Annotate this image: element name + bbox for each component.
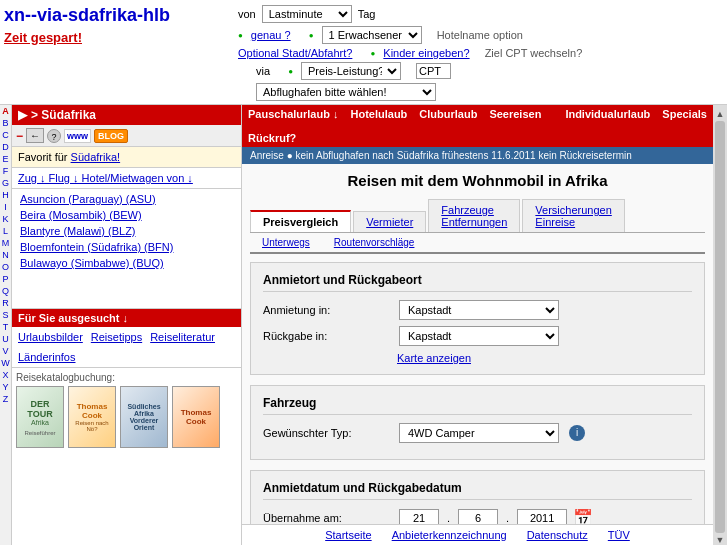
laenderinfos-link[interactable]: Länderinfos: [18, 351, 76, 363]
footer-tuev[interactable]: TÜV: [608, 529, 630, 541]
rueckgabe-select[interactable]: Kapstadt: [399, 326, 559, 346]
alpha-h[interactable]: H: [0, 189, 11, 201]
vehicle-type-label: Gewünschter Typ:: [263, 427, 393, 439]
vehicle-type-select[interactable]: 4WD Camper: [399, 423, 559, 443]
city-item[interactable]: Asuncion (Paraguay) (ASU): [12, 191, 241, 207]
book-dertour[interactable]: DERTOUR Afrika Reiseführer: [16, 386, 64, 448]
reiseliteratur-link[interactable]: Reiseliteratur: [150, 331, 215, 343]
info-icon[interactable]: i: [569, 425, 585, 441]
alpha-f[interactable]: F: [0, 165, 11, 177]
favorite-link[interactable]: Südafrika!: [71, 151, 121, 163]
alpha-m[interactable]: M: [0, 237, 11, 249]
alpha-b[interactable]: B: [0, 117, 11, 129]
alpha-a[interactable]: A: [0, 105, 11, 117]
footer-startseite[interactable]: Startseite: [325, 529, 371, 541]
tab-versicherungen[interactable]: VersicherungenEinreise: [522, 199, 624, 232]
right-scrollbar[interactable]: ▲ ▼: [713, 105, 727, 545]
alpha-l[interactable]: L: [0, 225, 11, 237]
alpha-d[interactable]: D: [0, 141, 11, 153]
city-item[interactable]: Blantyre (Malawi) (BLZ): [12, 223, 241, 239]
sidebar-transport: Zug ↓ Flug ↓ Hotel/Mietwagen von ↓: [12, 168, 241, 189]
nav-see[interactable]: Seereisen: [489, 108, 541, 120]
help-btn[interactable]: ?: [47, 129, 61, 143]
recommended-header: Für Sie ausgesucht ↓: [12, 309, 241, 327]
nav-bar: Pauschalurlaub ↓ Hotelulaub Cluburlaub S…: [242, 105, 713, 147]
nav-specials[interactable]: Specials: [662, 108, 707, 120]
alpha-i[interactable]: I: [0, 201, 11, 213]
footer-datenschutz[interactable]: Datenschutz: [527, 529, 588, 541]
nav-individual[interactable]: Individualurlaub: [565, 108, 650, 120]
alpha-k[interactable]: K: [0, 213, 11, 225]
catalog-section: Reisekatalogbuchung: DERTOUR Afrika Reis…: [12, 368, 241, 452]
alpha-u[interactable]: U: [0, 333, 11, 345]
alpha-w[interactable]: W: [0, 357, 11, 369]
alpha-x[interactable]: X: [0, 369, 11, 381]
alpha-r[interactable]: R: [0, 297, 11, 309]
footer-anbieter[interactable]: Anbieterkennzeichnung: [392, 529, 507, 541]
lastminute-select[interactable]: Lastminute: [262, 5, 352, 23]
alpha-s[interactable]: S: [0, 309, 11, 321]
www-btn[interactable]: www: [64, 129, 91, 143]
tab-routenvorschlaege[interactable]: Routenvorschläge: [322, 235, 427, 250]
alpha-z[interactable]: Z: [0, 393, 11, 405]
ziel-label: Ziel CPT wechseln?: [485, 47, 583, 59]
alpha-v[interactable]: V: [0, 345, 11, 357]
tab-preisvergleich[interactable]: Preisvergleich: [250, 210, 351, 232]
time-saved-label[interactable]: Zeit gespart!: [4, 30, 82, 45]
erwachsene-select[interactable]: 1 Erwachsener: [322, 26, 422, 44]
sidebar-tools: − ← ? www BLOG: [12, 125, 241, 147]
city-item[interactable]: Beira (Mosambik) (BEW): [12, 207, 241, 223]
nav-club[interactable]: Cluburlaub: [419, 108, 477, 120]
nav-hotel[interactable]: Hotelulaub: [350, 108, 407, 120]
reisetipps-link[interactable]: Reisetipps: [91, 331, 142, 343]
anmietung-select[interactable]: Kapstadt: [399, 300, 559, 320]
alpha-c[interactable]: C: [0, 129, 11, 141]
tab-unterwegs[interactable]: Unterwegs: [250, 235, 322, 250]
vehicle-section-title: Fahrzeug: [263, 396, 692, 415]
book-thomascook[interactable]: ThomasCook Reisen nachNö?: [68, 386, 116, 448]
alpha-n[interactable]: N: [0, 249, 11, 261]
city-item[interactable]: Bloemfontein (Südafrika) (BFN): [12, 239, 241, 255]
alpha-q[interactable]: Q: [0, 285, 11, 297]
alpha-o[interactable]: O: [0, 261, 11, 273]
kinder-link[interactable]: Kinder eingeben?: [383, 47, 469, 59]
optional-link[interactable]: Optional Stadt/Abfahrt?: [238, 47, 352, 59]
cpt-input[interactable]: [416, 63, 451, 79]
alpha-y[interactable]: Y: [0, 381, 11, 393]
alpha-e[interactable]: E: [0, 153, 11, 165]
tab-vermieter[interactable]: Vermieter: [353, 211, 426, 232]
scroll-up-arrow[interactable]: ▲: [716, 109, 725, 119]
book-thomascook2[interactable]: ThomasCook: [172, 386, 220, 448]
transport-text[interactable]: Zug ↓ Flug ↓ Hotel/Mietwagen von ↓: [18, 172, 193, 184]
pickup-year-input[interactable]: [517, 509, 567, 525]
minus-btn[interactable]: −: [16, 129, 23, 143]
rueckgabe-label: Rückgabe in:: [263, 330, 393, 342]
alpha-g[interactable]: G: [0, 177, 11, 189]
anmietung-label: Anmietung in:: [263, 304, 393, 316]
recommended-label: Für Sie ausgesucht ↓: [18, 312, 128, 324]
pickup-calendar-icon[interactable]: 📅: [573, 508, 593, 524]
alpha-p[interactable]: P: [0, 273, 11, 285]
scroll-down-arrow[interactable]: ▼: [716, 535, 725, 545]
city-item[interactable]: Bulawayo (Simbabwe) (BUQ): [12, 255, 241, 271]
region-header: ▶ > Südafrika: [12, 105, 241, 125]
alpha-t[interactable]: T: [0, 321, 11, 333]
blog-btn[interactable]: BLOG: [94, 129, 128, 143]
preis-select[interactable]: Preis-Leistung?: [301, 62, 401, 80]
book-suedliches[interactable]: SüdlichesAfrikaVordererOrient: [120, 386, 168, 448]
pickup-month-input[interactable]: [458, 509, 498, 525]
urlaubsbilder-link[interactable]: Urlaubsbilder: [18, 331, 83, 343]
abflug-select[interactable]: Abflughafen bitte wählen!: [256, 83, 436, 101]
back-btn[interactable]: ←: [26, 128, 44, 143]
nav-rueckruf[interactable]: Rückruf?: [248, 132, 296, 144]
tab-fahrzeuge[interactable]: FahrzeugeEntfernungen: [428, 199, 520, 232]
genau-link[interactable]: genau ?: [251, 29, 291, 41]
via-label: via: [256, 65, 270, 77]
pickup-date-label: Übernahme am:: [263, 512, 393, 524]
site-title[interactable]: xn--via-sdafrika-hlb: [4, 5, 170, 25]
map-link[interactable]: Karte anzeigen: [397, 352, 692, 364]
bottom-footer: Startseite Anbieterkennzeichnung Datensc…: [242, 524, 713, 545]
nav-pauschal[interactable]: Pauschalurlaub ↓: [248, 108, 338, 120]
pickup-day-input[interactable]: [399, 509, 439, 525]
info-bar: Anreise ● kein Abflughafen nach Südafrik…: [242, 147, 713, 164]
